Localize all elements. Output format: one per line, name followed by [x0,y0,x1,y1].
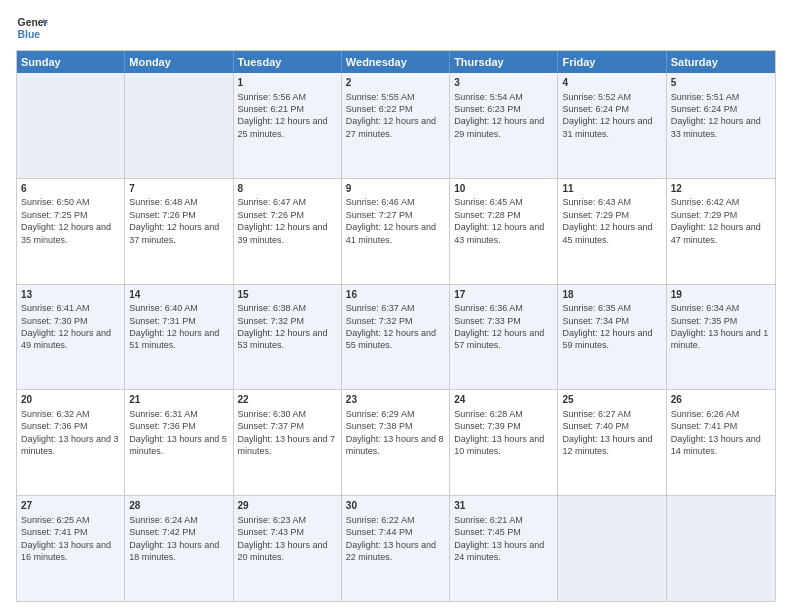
empty-cell [17,73,125,178]
day-cell-16: 16Sunrise: 6:37 AM Sunset: 7:32 PM Dayli… [342,285,450,390]
day-cell-23: 23Sunrise: 6:29 AM Sunset: 7:38 PM Dayli… [342,390,450,495]
calendar-row-0: 1Sunrise: 5:56 AM Sunset: 6:21 PM Daylig… [17,73,775,178]
calendar-row-1: 6Sunrise: 6:50 AM Sunset: 7:25 PM Daylig… [17,178,775,284]
day-number: 19 [671,288,771,302]
day-number: 22 [238,393,337,407]
day-info: Sunrise: 6:26 AM Sunset: 7:41 PM Dayligh… [671,409,761,456]
day-cell-1: 1Sunrise: 5:56 AM Sunset: 6:21 PM Daylig… [234,73,342,178]
day-cell-17: 17Sunrise: 6:36 AM Sunset: 7:33 PM Dayli… [450,285,558,390]
day-cell-7: 7Sunrise: 6:48 AM Sunset: 7:26 PM Daylig… [125,179,233,284]
day-number: 9 [346,182,445,196]
day-info: Sunrise: 6:23 AM Sunset: 7:43 PM Dayligh… [238,515,328,562]
day-cell-29: 29Sunrise: 6:23 AM Sunset: 7:43 PM Dayli… [234,496,342,601]
day-number: 27 [21,499,120,513]
day-info: Sunrise: 6:48 AM Sunset: 7:26 PM Dayligh… [129,197,219,244]
header-cell-friday: Friday [558,51,666,73]
day-number: 31 [454,499,553,513]
day-number: 2 [346,76,445,90]
empty-cell [125,73,233,178]
day-number: 15 [238,288,337,302]
day-cell-26: 26Sunrise: 6:26 AM Sunset: 7:41 PM Dayli… [667,390,775,495]
day-cell-30: 30Sunrise: 6:22 AM Sunset: 7:44 PM Dayli… [342,496,450,601]
day-number: 7 [129,182,228,196]
day-cell-20: 20Sunrise: 6:32 AM Sunset: 7:36 PM Dayli… [17,390,125,495]
calendar-header-row: SundayMondayTuesdayWednesdayThursdayFrid… [17,51,775,73]
svg-text:Blue: Blue [18,29,41,40]
logo: General Blue [16,12,48,44]
header: General Blue [16,12,776,44]
day-number: 4 [562,76,661,90]
calendar-body: 1Sunrise: 5:56 AM Sunset: 6:21 PM Daylig… [17,73,775,601]
day-number: 18 [562,288,661,302]
day-info: Sunrise: 6:22 AM Sunset: 7:44 PM Dayligh… [346,515,436,562]
day-cell-6: 6Sunrise: 6:50 AM Sunset: 7:25 PM Daylig… [17,179,125,284]
day-cell-11: 11Sunrise: 6:43 AM Sunset: 7:29 PM Dayli… [558,179,666,284]
day-cell-10: 10Sunrise: 6:45 AM Sunset: 7:28 PM Dayli… [450,179,558,284]
logo-icon: General Blue [16,12,48,44]
day-cell-19: 19Sunrise: 6:34 AM Sunset: 7:35 PM Dayli… [667,285,775,390]
day-info: Sunrise: 6:50 AM Sunset: 7:25 PM Dayligh… [21,197,111,244]
day-info: Sunrise: 6:45 AM Sunset: 7:28 PM Dayligh… [454,197,544,244]
day-info: Sunrise: 6:25 AM Sunset: 7:41 PM Dayligh… [21,515,111,562]
day-cell-3: 3Sunrise: 5:54 AM Sunset: 6:23 PM Daylig… [450,73,558,178]
day-info: Sunrise: 6:36 AM Sunset: 7:33 PM Dayligh… [454,303,544,350]
day-number: 30 [346,499,445,513]
day-info: Sunrise: 6:43 AM Sunset: 7:29 PM Dayligh… [562,197,652,244]
empty-cell [558,496,666,601]
day-cell-15: 15Sunrise: 6:38 AM Sunset: 7:32 PM Dayli… [234,285,342,390]
day-info: Sunrise: 6:27 AM Sunset: 7:40 PM Dayligh… [562,409,652,456]
calendar-row-4: 27Sunrise: 6:25 AM Sunset: 7:41 PM Dayli… [17,495,775,601]
calendar: SundayMondayTuesdayWednesdayThursdayFrid… [16,50,776,602]
day-info: Sunrise: 5:56 AM Sunset: 6:21 PM Dayligh… [238,92,328,139]
day-number: 16 [346,288,445,302]
day-number: 14 [129,288,228,302]
day-number: 13 [21,288,120,302]
day-number: 10 [454,182,553,196]
day-cell-27: 27Sunrise: 6:25 AM Sunset: 7:41 PM Dayli… [17,496,125,601]
day-cell-13: 13Sunrise: 6:41 AM Sunset: 7:30 PM Dayli… [17,285,125,390]
day-cell-31: 31Sunrise: 6:21 AM Sunset: 7:45 PM Dayli… [450,496,558,601]
day-cell-14: 14Sunrise: 6:40 AM Sunset: 7:31 PM Dayli… [125,285,233,390]
day-info: Sunrise: 6:42 AM Sunset: 7:29 PM Dayligh… [671,197,761,244]
day-info: Sunrise: 6:24 AM Sunset: 7:42 PM Dayligh… [129,515,219,562]
day-info: Sunrise: 6:46 AM Sunset: 7:27 PM Dayligh… [346,197,436,244]
header-cell-saturday: Saturday [667,51,775,73]
empty-cell [667,496,775,601]
day-cell-8: 8Sunrise: 6:47 AM Sunset: 7:26 PM Daylig… [234,179,342,284]
day-number: 12 [671,182,771,196]
day-info: Sunrise: 6:35 AM Sunset: 7:34 PM Dayligh… [562,303,652,350]
day-info: Sunrise: 6:38 AM Sunset: 7:32 PM Dayligh… [238,303,328,350]
day-number: 24 [454,393,553,407]
day-number: 20 [21,393,120,407]
header-cell-tuesday: Tuesday [234,51,342,73]
day-info: Sunrise: 6:31 AM Sunset: 7:36 PM Dayligh… [129,409,227,456]
day-number: 28 [129,499,228,513]
day-cell-24: 24Sunrise: 6:28 AM Sunset: 7:39 PM Dayli… [450,390,558,495]
day-number: 23 [346,393,445,407]
calendar-row-2: 13Sunrise: 6:41 AM Sunset: 7:30 PM Dayli… [17,284,775,390]
day-info: Sunrise: 6:28 AM Sunset: 7:39 PM Dayligh… [454,409,544,456]
day-info: Sunrise: 5:52 AM Sunset: 6:24 PM Dayligh… [562,92,652,139]
calendar-row-3: 20Sunrise: 6:32 AM Sunset: 7:36 PM Dayli… [17,389,775,495]
day-number: 29 [238,499,337,513]
day-number: 3 [454,76,553,90]
header-cell-thursday: Thursday [450,51,558,73]
day-info: Sunrise: 6:41 AM Sunset: 7:30 PM Dayligh… [21,303,111,350]
header-cell-wednesday: Wednesday [342,51,450,73]
day-number: 25 [562,393,661,407]
day-cell-12: 12Sunrise: 6:42 AM Sunset: 7:29 PM Dayli… [667,179,775,284]
day-cell-5: 5Sunrise: 5:51 AM Sunset: 6:24 PM Daylig… [667,73,775,178]
day-cell-25: 25Sunrise: 6:27 AM Sunset: 7:40 PM Dayli… [558,390,666,495]
day-info: Sunrise: 6:30 AM Sunset: 7:37 PM Dayligh… [238,409,336,456]
day-info: Sunrise: 6:37 AM Sunset: 7:32 PM Dayligh… [346,303,436,350]
day-number: 8 [238,182,337,196]
day-cell-2: 2Sunrise: 5:55 AM Sunset: 6:22 PM Daylig… [342,73,450,178]
header-cell-sunday: Sunday [17,51,125,73]
day-info: Sunrise: 6:47 AM Sunset: 7:26 PM Dayligh… [238,197,328,244]
day-number: 11 [562,182,661,196]
day-info: Sunrise: 5:55 AM Sunset: 6:22 PM Dayligh… [346,92,436,139]
day-number: 6 [21,182,120,196]
day-number: 5 [671,76,771,90]
day-info: Sunrise: 6:32 AM Sunset: 7:36 PM Dayligh… [21,409,119,456]
day-number: 21 [129,393,228,407]
